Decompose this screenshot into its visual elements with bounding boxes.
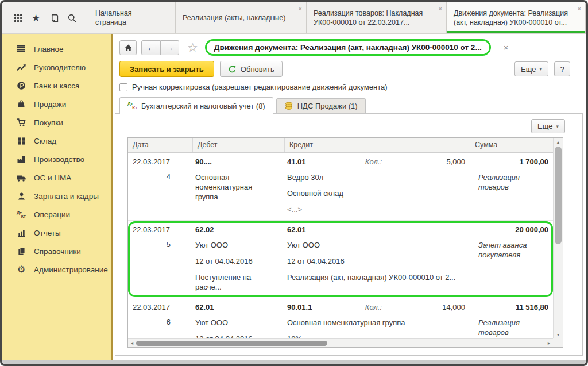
scroll-up-icon[interactable]: ▲ — [554, 138, 563, 146]
sidebar-item-warehouse[interactable]: Склад — [2, 132, 111, 150]
table-toolbar: Еще ▾ — [115, 114, 582, 137]
form-close-icon[interactable]: × — [504, 43, 509, 52]
tab-home-page[interactable]: Начальная страница — [88, 2, 176, 33]
tab-realization-list[interactable]: Реализация (акты, накладные) × — [176, 2, 307, 33]
column-header-credit[interactable]: Кредит — [284, 138, 470, 152]
sidebar-item-payroll-hr[interactable]: Зарплата и кадры — [2, 187, 111, 205]
qty-label: Кол.: — [365, 303, 382, 311]
cell-date: 22.03.2017 4 — [128, 157, 192, 214]
debit-credit-icon: Дт Кт — [16, 210, 26, 219]
refresh-button[interactable]: Обновить — [220, 61, 283, 77]
save-and-close-button[interactable]: Записать и закрыть — [119, 61, 214, 77]
history-button[interactable] — [48, 11, 60, 24]
sidebar-item-label: Руководителю — [34, 63, 86, 72]
favorites-button[interactable]: ★ — [30, 11, 42, 24]
page-title: Движения документа: Реализация (акт, нак… — [205, 39, 491, 56]
chevron-down-icon: ▾ — [556, 124, 559, 129]
tab-close-icon[interactable]: × — [578, 6, 581, 12]
chevron-down-icon: ▾ — [539, 66, 542, 72]
sidebar-item-manager[interactable]: Руководителю — [2, 58, 111, 76]
quick-toolbar: ★ — [2, 2, 88, 33]
sidebar-item-label: Производство — [34, 155, 84, 164]
tab-label: Реализация товаров: Накладная УК00-00001… — [314, 9, 432, 27]
factory-icon — [16, 155, 26, 164]
column-header-date[interactable]: Дата — [128, 138, 192, 152]
sidebar-item-administration[interactable]: ⚙ Администрирование — [2, 260, 111, 279]
table-row[interactable]: 22.03.2017 6 62.01 Уют ООО 12 от 04.04.2… — [128, 298, 553, 338]
tab-accounting-register[interactable]: Дт Кт Бухгалтерский и налоговый учет (8) — [119, 97, 273, 114]
horizontal-scroll-thumb[interactable] — [136, 341, 327, 346]
cell-sum: 1 700,00 Реализация товаров — [470, 157, 553, 214]
tab-close-icon[interactable]: × — [439, 6, 442, 12]
menu-grid-button[interactable] — [11, 11, 24, 24]
tab-document-movements[interactable]: Движения документа: Реализация (акт, нак… — [447, 2, 586, 33]
tab-close-icon[interactable]: × — [299, 6, 302, 12]
scroll-right-icon[interactable]: ► — [545, 341, 553, 345]
sidebar: Главное Руководителю Бан — [2, 34, 113, 360]
help-button[interactable]: ? — [554, 61, 570, 76]
coins-icon — [284, 102, 293, 110]
cell-sum: 20 000,00 Зачет аванса покупателя — [470, 225, 553, 292]
cell-credit: 62.01 Уют ООО 12 от 04.04.2016 Реализаци… — [284, 225, 470, 292]
vertical-scroll-thumb[interactable] — [555, 147, 562, 244]
window-bottom-strip — [2, 360, 586, 364]
window-tabs: Начальная страница Реализация (акты, нак… — [88, 2, 586, 33]
nav-buttons: ← → — [141, 40, 179, 55]
forward-button[interactable]: → — [161, 40, 179, 55]
sidebar-item-main[interactable]: Главное — [2, 40, 111, 58]
search-button[interactable] — [66, 11, 79, 24]
home-button[interactable] — [119, 40, 137, 55]
main-area: ← → ☆ Движения документа: Реализация (ак… — [113, 34, 586, 360]
table-row[interactable]: 22.03.2017 4 90.... Основная номенклатур… — [128, 153, 553, 221]
register-tabs: Дт Кт Бухгалтерский и налоговый учет (8)… — [113, 97, 586, 113]
qty-label: Кол.: — [365, 157, 382, 166]
warehouse-boxes-icon — [16, 136, 26, 145]
movements-table: Дата Дебет Кредит Сумма 22.03.2017 4 — [127, 137, 563, 348]
favorite-star-icon[interactable]: ☆ — [187, 41, 198, 55]
sidebar-item-operations[interactable]: Дт Кт Операции — [2, 205, 111, 224]
ruble-coin-icon — [16, 81, 26, 90]
sidebar-item-label: Администрирование — [34, 265, 108, 274]
tab-vat-sales-register[interactable]: НДС Продажи (1) — [276, 98, 366, 113]
back-button[interactable]: ← — [141, 40, 161, 55]
tab-label: Бухгалтерский и налоговый учет (8) — [141, 102, 265, 110]
sidebar-item-label: Продажи — [34, 100, 66, 109]
sidebar-item-directories[interactable]: Справочники — [2, 242, 111, 260]
star-icon: ★ — [32, 13, 40, 23]
sidebar-item-purchases[interactable]: Покупки — [2, 113, 111, 132]
qty-value: 14,000 — [382, 303, 465, 311]
tab-realization-document[interactable]: Реализация товаров: Накладная УК00-00001… — [307, 2, 447, 33]
menu-grid-icon — [13, 13, 23, 23]
search-icon — [67, 13, 77, 23]
form-more-button[interactable]: Еще ▾ — [514, 61, 548, 76]
manual-adjustment-checkbox[interactable] — [119, 83, 127, 91]
scroll-left-icon[interactable]: ◄ — [128, 341, 136, 345]
horizontal-scrollbar[interactable]: ◄ ► — [128, 338, 553, 347]
table-row-highlighted[interactable]: 22.03.2017 5 62.02 Уют ООО 12 от 04.04.2… — [128, 221, 553, 298]
scroll-down-icon[interactable]: ▼ — [554, 330, 563, 338]
sidebar-item-bank-cash[interactable]: Банк и касса — [2, 76, 111, 95]
column-header-debit[interactable]: Дебет — [192, 138, 284, 152]
sidebar-item-sales[interactable]: Продажи — [2, 95, 111, 113]
sidebar-item-fixed-assets[interactable]: ОС и НМА — [2, 168, 111, 187]
tab-label: Реализация (акты, накладные) — [183, 13, 285, 22]
bar-chart-icon — [16, 228, 26, 237]
sidebar-item-reports[interactable]: Отчеты — [2, 224, 111, 242]
table-more-button[interactable]: Еще ▾ — [531, 119, 565, 133]
debit-credit-icon: Дт Кт — [127, 101, 137, 110]
cell-date: 22.03.2017 6 — [128, 303, 192, 338]
menu-lines-icon — [16, 44, 26, 53]
vertical-scrollbar[interactable]: ▲ ▼ — [553, 138, 563, 338]
sidebar-item-production[interactable]: Производство — [2, 150, 111, 168]
manual-adjustment-row: Ручная корректировка (разрешает редактир… — [113, 81, 586, 97]
cell-debit: 62.01 Уют ООО 12 от 04.04.2016 — [192, 303, 284, 338]
shopping-bag-icon — [16, 99, 26, 109]
history-icon — [49, 13, 59, 23]
tab-label: НДС Продажи (1) — [297, 102, 358, 110]
trend-chart-icon — [16, 63, 26, 72]
sidebar-item-label: Склад — [34, 137, 56, 145]
cell-credit: 41.01 Кол.: 5,000 Ведро 30л Основной скл… — [284, 157, 470, 214]
scrollbar-corner — [553, 338, 563, 347]
column-header-sum[interactable]: Сумма — [470, 138, 553, 152]
top-bar: ★ Начальная страница Реализация (акты, — [2, 2, 586, 34]
